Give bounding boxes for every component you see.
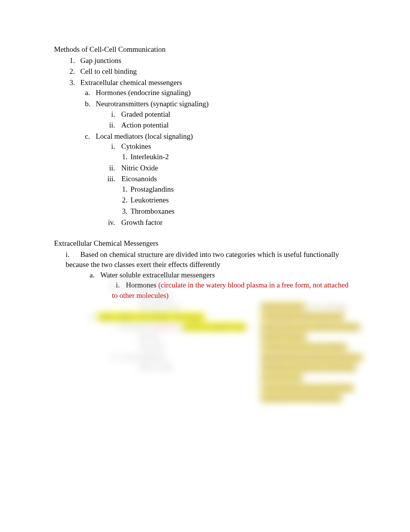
sublist: 1.Interleukin-2 <box>107 152 356 162</box>
blur-line: Peptide or protein <box>139 252 189 262</box>
blur-line: Steroid <box>139 332 159 342</box>
list-item: i.Graded potential <box>107 109 356 120</box>
list-item: c.Local mediators (local signaling) i.Cy… <box>85 131 356 228</box>
blur-line: Nitric oxide <box>139 362 172 372</box>
list-item: 1.Prostaglandins <box>122 184 356 195</box>
sublist: i.Cytokines 1.Interleukin-2 ii.Nitric Ox… <box>85 141 356 228</box>
blur-line: amine <box>139 262 156 272</box>
list-item: iv.Growth factor <box>107 218 356 228</box>
list-item: 2.Cell to cell binding <box>69 66 356 77</box>
blur-line: iii. Local regulators <box>110 282 167 292</box>
list-item: ii.Nitric Oxide <box>107 163 356 173</box>
list-item: 3.Extracellular chemical messengers a.Ho… <box>69 78 356 228</box>
sublist: 1.Prostaglandins 2.Leukotrienes 3.Thromb… <box>107 184 356 217</box>
blur-line: ii. Nearly all the neurotransmitters <box>112 272 209 282</box>
side-item: 2. Also prevent of Lipid solubles diffus… <box>261 342 365 383</box>
side-header: Plasma proteins & their Binding: <box>261 302 365 312</box>
section1-list: 1.Gap junctions 2.Cell to cell binding 3… <box>54 56 356 228</box>
list-item: 3.Thromboxanes <box>122 206 356 217</box>
list-item: 2.Leukotrienes <box>122 195 356 206</box>
blur-line: Eicosanoids <box>139 292 173 302</box>
side-box: Plasma proteins & their Binding: 1. Keep… <box>261 302 365 403</box>
blur-line: ii. Local regulators <box>112 352 166 362</box>
list-item: a.Hormones (endocrine signaling) <box>85 88 356 98</box>
list-item: i.Cytokines 1.Interleukin-2 <box>107 141 356 162</box>
list-item: 1.Interleukin-2 <box>122 152 356 162</box>
blur-line: Thyroids <box>139 342 164 352</box>
blur-line: Growth factors <box>139 302 181 312</box>
list-item: ii.Action potential <box>107 120 356 131</box>
sublist: i.Graded potential ii.Action potential <box>85 109 356 131</box>
list-item: b.Neurotransmitters (synaptic signaling)… <box>85 99 356 131</box>
blur-line: i. Hormones (travel in a protein bounded… <box>114 322 246 332</box>
blur-line: b. Lipid soluble extracellular messenger… <box>89 312 205 322</box>
list-item: 1.Gap junctions <box>69 56 356 66</box>
blurred-content: Peptide or protein amine ii. Nearly all … <box>104 245 374 449</box>
side-item: 3. Provide large source of hormone alrea… <box>261 383 365 404</box>
side-item: 1. Keep lipid soluble molecules permanen… <box>261 312 365 342</box>
list-item: iii.Eicosanoids 1.Prostaglandins 2.Leuko… <box>107 174 356 216</box>
sublist: a.Hormones (endocrine signaling) b.Neuro… <box>69 88 356 228</box>
section1-title: Methods of Cell-Cell Communication <box>54 44 356 55</box>
